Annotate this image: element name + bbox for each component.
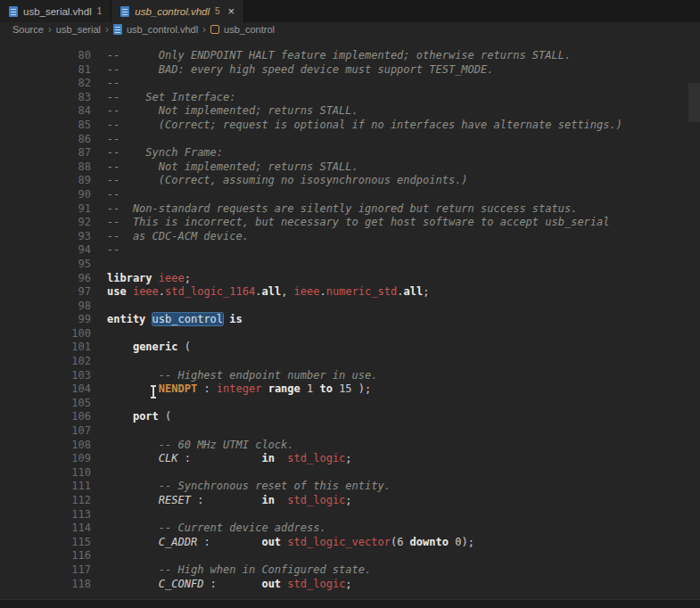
code-line[interactable]: 90--: [0, 188, 700, 202]
code-area[interactable]: 80-- Only ENDPOINT HALT feature implemen…: [0, 49, 700, 591]
code-text: -- as CDC-ACM device.: [91, 230, 249, 244]
line-number: 118: [0, 578, 91, 592]
line-number: 100: [0, 327, 91, 341]
code-line[interactable]: 89-- (Correct, assuming no isosynchronou…: [0, 174, 700, 188]
breadcrumb: Source › usb_serial › usb_control.vhdl ›…: [0, 22, 700, 37]
code-line[interactable]: 96library ieee;: [0, 272, 700, 286]
code-line[interactable]: 81-- BAD: every high speed device must s…: [0, 63, 700, 78]
code-text: --: [91, 243, 119, 258]
chevron-right-icon: ›: [202, 24, 206, 35]
line-number: 115: [0, 536, 91, 550]
code-text: entity usb_control is: [91, 313, 243, 327]
code-line[interactable]: 86--: [0, 133, 700, 147]
code-line[interactable]: 80-- Only ENDPOINT HALT feature implemen…: [0, 49, 700, 63]
code-text: CLK : in std_logic;: [91, 452, 352, 466]
code-line[interactable]: 118 C_CONFD : out std_logic;: [0, 578, 700, 592]
code-line[interactable]: 87-- Synch Frame:: [0, 146, 700, 160]
code-line[interactable]: 102: [0, 355, 700, 369]
code-text: generic (: [91, 341, 191, 355]
line-number: 110: [0, 466, 91, 481]
code-line[interactable]: 103 -- Highest endpoint number in use.: [0, 369, 700, 383]
code-text: NENDPT : integer range 1 to 15 );: [91, 382, 371, 397]
chevron-right-icon: ›: [105, 24, 109, 35]
code-text: -- Not implemented; returns STALL.: [91, 160, 358, 175]
line-number: 93: [0, 230, 91, 244]
line-number: 117: [0, 563, 91, 578]
code-line[interactable]: 107: [0, 424, 700, 439]
code-text: [91, 327, 107, 341]
code-line[interactable]: 98: [0, 300, 700, 314]
code-text: [91, 424, 107, 439]
code-line[interactable]: 106 port (: [0, 410, 700, 424]
code-line[interactable]: 99entity usb_control is: [0, 313, 700, 327]
breadcrumb-item-usb-serial[interactable]: usb_serial: [56, 24, 101, 35]
line-number: 81: [0, 63, 91, 78]
code-text: use ieee.std_logic_1164.all, ieee.numeri…: [91, 285, 429, 300]
line-number: 107: [0, 424, 91, 439]
breadcrumb-item-symbol[interactable]: usb_control: [224, 24, 275, 35]
code-line[interactable]: 114 -- Current device address.: [0, 522, 700, 536]
line-number: 113: [0, 508, 91, 522]
tab-usb-serial[interactable]: usb_serial.vhdl 1: [0, 0, 111, 22]
code-line[interactable]: 100: [0, 327, 700, 341]
code-line[interactable]: 104 NENDPT : integer range 1 to 15 );: [0, 382, 700, 397]
code-line[interactable]: 93-- as CDC-ACM device.: [0, 230, 700, 244]
code-text: [91, 355, 107, 369]
code-text: -- High when in Configured state.: [91, 563, 371, 578]
code-text: RESET : in std_logic;: [91, 494, 352, 508]
code-line[interactable]: 82--: [0, 77, 700, 91]
line-number: 80: [0, 49, 91, 63]
line-number: 112: [0, 494, 91, 508]
code-text: -- 60 MHz UTMI clock.: [91, 439, 294, 453]
line-number: 89: [0, 174, 91, 188]
file-icon: [9, 6, 18, 17]
line-number: 84: [0, 104, 91, 119]
editor[interactable]: 80-- Only ENDPOINT HALT feature implemen…: [0, 37, 700, 608]
tab-label: usb_control.vhdl: [135, 6, 210, 17]
code-text: -- (Correct, assuming no isosynchronous …: [91, 174, 468, 188]
code-line[interactable]: 92-- This is incorrect, but necessary to…: [0, 216, 700, 230]
close-icon[interactable]: ×: [228, 5, 235, 17]
code-line[interactable]: 95: [0, 258, 700, 272]
code-text: [91, 549, 107, 563]
breadcrumb-item-file[interactable]: usb_control.vhdl: [127, 24, 198, 35]
code-line[interactable]: 116: [0, 549, 700, 563]
code-line[interactable]: 85-- (Correct; request is optional if no…: [0, 119, 700, 133]
file-icon: [113, 24, 122, 35]
line-number: 87: [0, 146, 91, 160]
line-number: 94: [0, 243, 91, 258]
code-line[interactable]: 105: [0, 397, 700, 411]
tab-problems-badge: 1: [97, 6, 103, 16]
line-number: 90: [0, 188, 91, 202]
code-line[interactable]: 109 CLK : in std_logic;: [0, 452, 700, 466]
code-text: [91, 397, 107, 411]
code-line[interactable]: 113: [0, 508, 700, 522]
code-line[interactable]: 111 -- Synchronous reset of this entity.: [0, 480, 700, 494]
tab-usb-control[interactable]: usb_control.vhdl 5 ×: [111, 0, 244, 22]
code-line[interactable]: 88-- Not implemented; returns STALL.: [0, 160, 700, 175]
code-line[interactable]: 112 RESET : in std_logic;: [0, 494, 700, 508]
line-number: 82: [0, 77, 91, 91]
code-line[interactable]: 108 -- 60 MHz UTMI clock.: [0, 439, 700, 453]
code-line[interactable]: 94--: [0, 243, 700, 258]
code-line[interactable]: 97use ieee.std_logic_1164.all, ieee.nume…: [0, 285, 700, 300]
occurrence-highlight: usb_control: [152, 313, 223, 325]
editor-tab-bar: usb_serial.vhdl 1 usb_control.vhdl 5 ×: [0, 0, 700, 22]
line-number: 111: [0, 480, 91, 494]
line-number: 83: [0, 91, 91, 105]
code-text: library ieee;: [91, 272, 191, 286]
code-line[interactable]: 91-- Non-standard requests are silently …: [0, 202, 700, 217]
chevron-right-icon: ›: [48, 24, 52, 35]
line-number: 96: [0, 272, 91, 286]
code-text: port (: [91, 410, 171, 424]
code-line[interactable]: 84-- Not implemented; returns STALL.: [0, 104, 700, 119]
code-line[interactable]: 115 C_ADDR : out std_logic_vector(6 down…: [0, 536, 700, 550]
code-line[interactable]: 83-- Set Interface:: [0, 91, 700, 105]
code-line[interactable]: 110: [0, 466, 700, 481]
scrollbar[interactable]: [688, 83, 700, 122]
code-line[interactable]: 117 -- High when in Configured state.: [0, 563, 700, 578]
code-line[interactable]: 101 generic (: [0, 341, 700, 355]
line-number: 105: [0, 397, 91, 411]
code-text: -- (Correct; request is optional if no i…: [91, 119, 622, 133]
breadcrumb-item-source[interactable]: Source: [12, 24, 44, 35]
